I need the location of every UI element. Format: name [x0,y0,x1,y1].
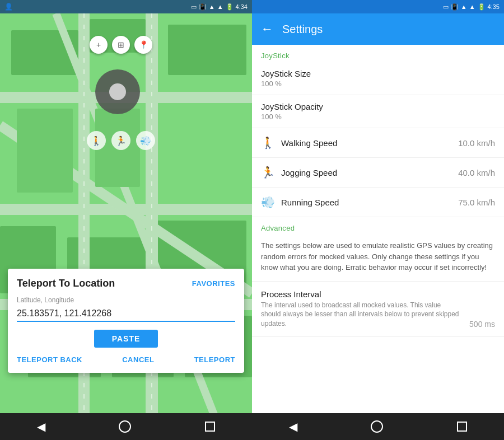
joystick-size-item[interactable]: JoyStick Size 100 % [252,62,504,95]
vibrate-icon-r: 📳 [451,3,459,11]
back-button[interactable]: ← [261,22,273,36]
run-icon: 💨 [140,135,151,146]
paste-button[interactable]: PASTE [94,330,158,348]
process-interval-desc: The interval used to broadcast all mocke… [261,301,460,329]
status-right-right: ▭ 📳 ▲ ▲ 🔋 4:35 [443,3,500,11]
home-nav-icon-r[interactable] [371,420,383,433]
joystick-opacity-label: JoyStick Opacity [261,102,495,111]
teleport-back-button[interactable]: TELEPORT BACK [17,355,82,364]
time-left: 4:34 [236,3,248,10]
running-speed-item[interactable]: 💨 Running Speed 75.0 km/h [252,188,504,217]
process-interval-label: Process Interval [261,289,460,299]
walking-speed-value: 10.0 km/h [458,138,495,148]
right-panel: ▭ 📳 ▲ ▲ 🔋 4:35 ← Settings JoyStick JoySt… [252,0,504,440]
person-icon: 👤 [4,3,13,11]
running-speed-label: Running Speed [281,198,339,207]
map-background: + ⊞ 📍 🚶 🏃 💨 [0,13,252,440]
plus-icon: + [96,40,101,49]
walk-btn[interactable]: 🚶 [87,131,106,150]
recents-nav-icon[interactable] [205,422,215,432]
joystick-size-label: JoyStick Size [261,69,495,78]
battery-icon: 🔋 [226,3,234,11]
time-right: 4:35 [488,3,500,10]
dialog-title: Teleport To Location [17,278,115,289]
walking-speed-label: Walking Speed [281,138,337,148]
advanced-section-header: Advanced [252,217,504,235]
dialog-actions: TELEPORT BACK CANCEL TELEPORT [17,355,235,364]
walk-speed-icon: 🚶 [261,136,274,149]
joystick-opacity-value: 100 % [261,113,495,121]
jogging-speed-left: 🏃 Jogging Speed [261,166,337,179]
wifi-icon-r: ▲ [461,3,467,10]
running-speed-left: 💨 Running Speed [261,195,339,209]
phone-icon: ▭ [191,3,197,11]
signal-icon: ▲ [217,3,223,10]
running-speed-value: 75.0 km/h [458,198,495,207]
svg-rect-3 [168,25,246,75]
zoom-btn[interactable]: + [90,36,108,54]
phone-icon-r: ▭ [443,3,449,11]
recents-nav-icon-r[interactable] [457,422,467,432]
joystick-section-header: JoyStick [252,45,504,62]
status-right-left: ▭ 📳 ▲ ▲ 🔋 4:34 [191,3,248,11]
jogging-speed-value: 40.0 km/h [458,168,495,177]
jogging-speed-item[interactable]: 🏃 Jogging Speed 40.0 km/h [252,158,504,188]
pin-icon: 📍 [139,40,148,49]
speed-controls: 🚶 🏃 💨 [87,131,155,150]
bottom-nav-left: ◀ [0,413,252,440]
back-nav-icon[interactable]: ◀ [37,420,45,433]
jog-icon: 🏃 [115,135,127,146]
grid-icon: ⊞ [118,40,124,49]
walking-speed-left: 🚶 Walking Speed [261,136,337,149]
back-nav-icon-r[interactable]: ◀ [289,420,297,433]
walk-icon: 🚶 [91,135,102,146]
signal-icon-r: ▲ [469,3,475,10]
home-nav-icon[interactable] [119,420,131,433]
process-interval-value: 500 ms [469,320,495,329]
location-btn[interactable]: 📍 [134,36,152,54]
process-interval-item[interactable]: Process Interval The interval used to br… [252,282,504,337]
battery-icon-r: 🔋 [478,3,486,11]
joystick-knob [109,83,126,100]
teleport-button[interactable]: TELEPORT [194,355,235,364]
coordinates-input[interactable] [17,306,235,322]
run-speed-icon: 💨 [261,195,274,209]
jog-btn[interactable]: 🏃 [111,131,130,150]
settings-content: JoyStick JoyStick Size 100 % JoyStick Op… [252,45,504,413]
cancel-button[interactable]: CANCEL [122,355,154,364]
paste-row: PASTE [17,330,235,348]
svg-rect-17 [17,109,73,193]
jog-speed-icon: 🏃 [261,166,274,179]
process-interval-left: Process Interval The interval used to br… [261,289,460,329]
joystick-size-value: 100 % [261,79,495,88]
map-controls: + ⊞ 📍 [90,36,152,54]
left-panel: 👤 ▭ 📳 ▲ ▲ 🔋 4:34 [0,0,252,440]
advanced-description: The settings below are used to emulate r… [252,235,504,282]
settings-title: Settings [282,23,323,36]
input-label: Latitude, Longitude [17,296,235,304]
jogging-speed-label: Jogging Speed [281,168,337,177]
map-type-btn[interactable]: ⊞ [112,36,130,54]
dialog-header: Teleport To Location FAVORITES [17,278,235,289]
teleport-dialog: Teleport To Location FAVORITES Latitude,… [8,269,244,373]
status-bar-left: 👤 ▭ 📳 ▲ ▲ 🔋 4:34 [0,0,252,13]
status-bar-right: ▭ 📳 ▲ ▲ 🔋 4:35 [252,0,504,13]
app-bar: ← Settings [252,13,504,45]
run-btn[interactable]: 💨 [136,131,155,150]
joystick-opacity-item[interactable]: JoyStick Opacity 100 % [252,95,504,128]
walking-speed-item[interactable]: 🚶 Walking Speed 10.0 km/h [252,128,504,158]
wifi-icon: ▲ [209,3,215,10]
vibrate-icon: 📳 [199,3,207,11]
joystick[interactable] [95,69,140,114]
bottom-nav-right: ◀ [252,413,504,440]
favorites-button[interactable]: FAVORITES [192,279,235,288]
